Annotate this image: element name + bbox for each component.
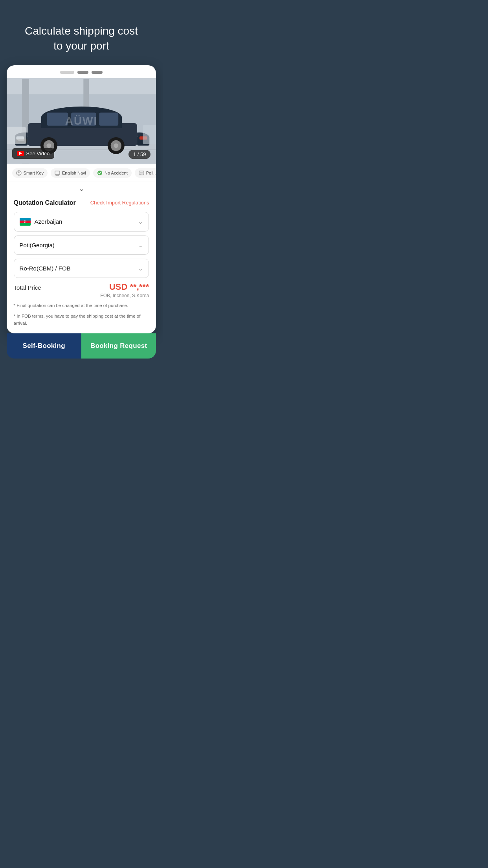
port-dropdown[interactable]: Poti(Georgia) ⌄ <box>14 235 149 255</box>
port-chevron-icon: ⌄ <box>138 241 143 249</box>
shipping-value: Ro-Ro(CBM) / FOB <box>20 265 71 272</box>
check-import-link[interactable]: Check Import Regulations <box>90 200 149 206</box>
poli-label: Poli... <box>146 171 156 175</box>
country-dropdown-left: Azerbaijan <box>20 218 62 226</box>
price-location: FOB, Incheon, S.Korea <box>100 293 149 298</box>
svg-rect-11 <box>99 112 118 125</box>
youtube-icon <box>17 151 24 156</box>
total-price-value: USD **,*** FOB, Incheon, S.Korea <box>100 282 149 298</box>
svg-point-22 <box>114 143 118 148</box>
feature-tags-row: Smart Key English Navi No Accident <box>7 164 156 182</box>
svg-rect-29 <box>55 171 60 175</box>
price-amount: **,*** <box>130 282 149 292</box>
page-title: Calculate shipping cost to your port <box>12 24 151 53</box>
bottom-buttons: Self-Booking Booking Request <box>7 333 156 359</box>
dot-2 <box>77 71 88 74</box>
feature-tag-smart-key: Smart Key <box>12 168 48 178</box>
main-card: AÜWI See Video 1 / 59 Smart Key <box>7 65 156 333</box>
watermark: AÜWI <box>65 115 98 127</box>
expand-row[interactable]: ⌄ <box>7 182 156 194</box>
play-triangle <box>19 152 22 155</box>
disclaimer-2: * In FOB terms, you have to pay the ship… <box>14 313 149 327</box>
no-accident-icon <box>97 170 103 176</box>
smart-key-icon <box>16 170 22 176</box>
svg-point-19 <box>46 143 51 148</box>
no-accident-label: No Accident <box>105 171 128 175</box>
country-chevron-icon: ⌄ <box>138 218 143 225</box>
poli-icon <box>139 170 144 176</box>
see-video-label: See Video <box>26 151 50 156</box>
quotation-title: Quotation Calculator <box>14 199 76 206</box>
quotation-section: Quotation Calculator Check Import Regula… <box>7 194 156 333</box>
azerbaijan-flag-icon <box>20 218 31 226</box>
page-header: Calculate shipping cost to your port <box>0 0 163 65</box>
port-value: Poti(Georgia) <box>20 242 55 248</box>
car-image: AÜWI See Video 1 / 59 <box>7 78 156 164</box>
self-booking-button[interactable]: Self-Booking <box>7 333 81 359</box>
english-navi-label: English Navi <box>62 171 86 175</box>
feature-tag-no-accident: No Accident <box>93 168 132 178</box>
disclaimer-1: * Final quotation can be changed at the … <box>14 302 149 309</box>
smart-key-label: Smart Key <box>24 171 44 175</box>
total-price-label: Total Price <box>14 282 41 291</box>
shipping-chevron-icon: ⌄ <box>138 265 143 272</box>
car-photo-bg: AÜWI See Video 1 / 59 <box>7 78 156 164</box>
dot-3 <box>92 71 103 74</box>
port-dropdown-left: Poti(Georgia) <box>20 242 55 248</box>
carousel-dots <box>7 65 156 78</box>
svg-rect-28 <box>18 174 19 175</box>
svg-rect-25 <box>143 125 156 144</box>
svg-rect-24 <box>7 127 26 144</box>
svg-rect-27 <box>18 171 19 173</box>
feature-tag-english-navi: English Navi <box>51 168 90 178</box>
navi-icon <box>55 170 60 176</box>
shipping-dropdown[interactable]: Ro-Ro(CBM) / FOB ⌄ <box>14 259 149 278</box>
dot-1 <box>60 71 74 74</box>
photo-count: 1 / 59 <box>128 150 151 159</box>
quotation-header: Quotation Calculator Check Import Regula… <box>14 199 149 206</box>
svg-rect-1 <box>7 79 156 94</box>
feature-tag-poli: Poli... <box>135 168 156 178</box>
chevron-down-icon[interactable]: ⌄ <box>79 184 84 193</box>
country-value: Azerbaijan <box>35 218 62 225</box>
total-price-row: Total Price USD **,*** FOB, Incheon, S.K… <box>14 282 149 298</box>
price-currency: USD <box>109 282 130 292</box>
country-dropdown[interactable]: Azerbaijan ⌄ <box>14 212 149 232</box>
booking-request-button[interactable]: Booking Request <box>81 333 156 359</box>
shipping-dropdown-left: Ro-Ro(CBM) / FOB <box>20 265 71 272</box>
price-display: USD **,*** <box>100 282 149 292</box>
see-video-button[interactable]: See Video <box>12 148 55 159</box>
